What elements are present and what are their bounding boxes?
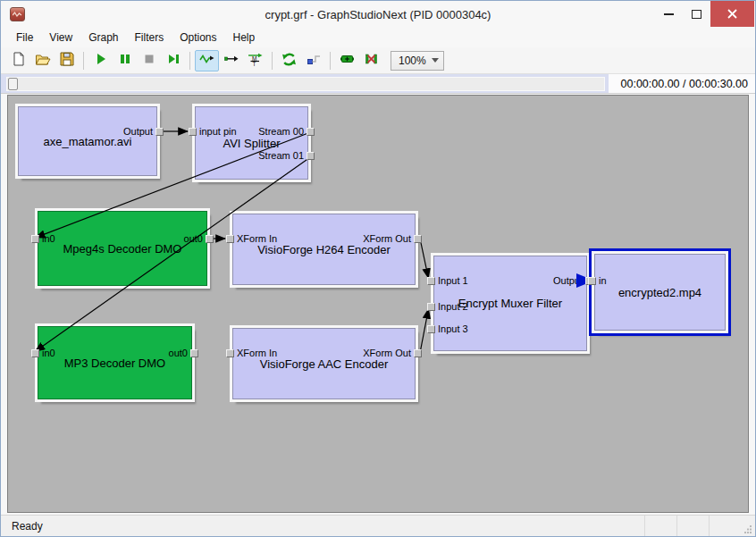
pin-in0[interactable] <box>31 349 39 357</box>
insert-filter-button[interactable] <box>335 50 359 71</box>
toolbar: MT 100% <box>1 47 755 74</box>
play-button[interactable] <box>88 50 113 71</box>
pin-label: input pin <box>199 126 237 137</box>
pin-label: Stream 01 <box>258 150 304 161</box>
pin-label: XForm Out <box>363 233 411 244</box>
filter-avi-splitter[interactable]: AVI Splitterinput pinStream 00Stream 01 <box>195 106 308 180</box>
minimize-button[interactable] <box>655 1 683 27</box>
pin-stream-01[interactable] <box>307 152 315 160</box>
filter-visioforge-h264-encoder[interactable]: VisioForge H264 EncoderXForm InXForm Out <box>232 214 416 285</box>
pin-stream-00[interactable] <box>307 128 315 136</box>
toolbar-separator <box>189 52 190 70</box>
status-cell <box>644 516 676 536</box>
window-title: crypt.grf - GraphStudioNext (PID 0000304… <box>1 8 755 21</box>
filter-title: Mpeg4s Decoder DMO <box>63 242 182 256</box>
minimize-icon <box>664 13 674 15</box>
menu-item-graph[interactable]: Graph <box>80 29 126 46</box>
title-bar: crypt.grf - GraphStudioNext (PID 0000304… <box>1 1 755 28</box>
step-button[interactable] <box>161 50 185 71</box>
pause-button[interactable] <box>113 50 137 71</box>
pin-input-3[interactable] <box>427 325 435 333</box>
refresh-filters-icon <box>281 52 297 70</box>
pin-xform-out[interactable] <box>414 235 422 243</box>
direct-connect-icon <box>224 52 239 69</box>
pin-label: out0 <box>169 348 188 358</box>
pin-out0[interactable] <box>190 349 198 357</box>
pin-label: Output <box>553 275 583 286</box>
pin-xform-in[interactable] <box>226 349 234 357</box>
refresh-filters-button[interactable] <box>277 50 301 71</box>
close-button[interactable] <box>710 1 754 27</box>
filter-title: Encrypt Muxer Filter <box>458 297 562 310</box>
play-icon <box>94 52 108 69</box>
pin-xform-in[interactable] <box>226 235 234 243</box>
pin-label: Output <box>123 126 153 137</box>
intelligent-connect-button[interactable] <box>195 50 219 71</box>
seek-slider[interactable] <box>6 77 605 91</box>
pin-input-2[interactable] <box>427 303 435 311</box>
filter-title: MP3 Decoder DMO <box>64 357 165 370</box>
pin-label: Input 3 <box>438 323 468 334</box>
seek-area <box>1 74 609 93</box>
pin-in[interactable] <box>588 277 596 285</box>
app-icon <box>10 7 25 21</box>
pin-label: Input 1 <box>438 275 468 286</box>
canvas-outer: axe_matamor.aviOutputAVI Splitterinput p… <box>1 94 755 515</box>
seek-thumb[interactable] <box>8 78 18 90</box>
pin-label: out0 <box>184 233 203 244</box>
filter-title: encrypted2.mp4 <box>618 286 701 299</box>
toolbar-buttons: MT <box>6 50 383 71</box>
filter-encrypt-muxer-filter[interactable]: Encrypt Muxer FilterInput 1Input 2Input … <box>433 256 587 351</box>
render-pin-button[interactable]: MT <box>243 50 267 71</box>
new-document-button[interactable] <box>6 50 30 71</box>
save-file-button[interactable] <box>55 50 79 71</box>
menu-bar: File View Graph Filters Options Help <box>1 28 755 47</box>
save-file-icon <box>60 52 74 69</box>
pin-in0[interactable] <box>31 235 39 243</box>
pin-label: in <box>599 275 607 286</box>
pin-out0[interactable] <box>206 235 214 243</box>
menu-item-view[interactable]: View <box>41 29 80 46</box>
pin-input-1[interactable] <box>427 277 435 285</box>
filter-encrypted2-mp4[interactable]: encrypted2.mp4in <box>594 254 726 331</box>
remove-connections-button[interactable] <box>359 50 383 71</box>
menu-item-options[interactable]: Options <box>172 29 224 46</box>
filter-mpeg4s-decoder-dmo[interactable]: Mpeg4s Decoder DMOin0out0 <box>38 211 207 286</box>
pin-output[interactable] <box>155 128 164 136</box>
connection[interactable] <box>420 239 428 278</box>
pin-xform-out[interactable] <box>414 349 422 357</box>
menu-item-help[interactable]: Help <box>225 29 264 46</box>
resize-grip-icon[interactable] <box>741 516 755 536</box>
filter-mp3-decoder-dmo[interactable]: MP3 Decoder DMOin0out0 <box>38 326 192 399</box>
filter-axe-matamor-avi[interactable]: axe_matamor.aviOutput <box>18 106 157 176</box>
graph-canvas[interactable]: axe_matamor.aviOutputAVI Splitterinput p… <box>7 95 749 513</box>
maximize-icon <box>692 10 701 19</box>
menu-item-file[interactable]: File <box>8 29 41 46</box>
status-cell <box>676 516 709 536</box>
direct-connect-button[interactable] <box>219 50 243 71</box>
filter-title: VisioForge AAC Encoder <box>260 357 389 371</box>
open-file-button[interactable] <box>30 50 55 71</box>
intelligent-connect-icon <box>199 52 214 69</box>
seek-row: 00:00:00.00 / 00:00:30.00 <box>1 74 755 94</box>
pause-icon <box>118 52 132 69</box>
remote-graph-icon <box>307 52 321 69</box>
render-pin-icon: MT <box>248 52 263 69</box>
remote-graph-button[interactable] <box>301 50 325 71</box>
pin-label: in0 <box>42 233 55 244</box>
step-icon <box>166 52 181 69</box>
filter-visioforge-aac-encoder[interactable]: VisioForge AAC EncoderXForm InXForm Out <box>232 328 416 399</box>
pin-input-pin[interactable] <box>189 128 197 136</box>
stop-icon <box>142 52 156 69</box>
stop-button[interactable] <box>137 50 161 71</box>
toolbar-separator <box>83 52 84 70</box>
new-document-icon <box>12 52 26 69</box>
maximize-button[interactable] <box>683 1 710 27</box>
filter-title: VisioForge H264 Encoder <box>257 243 391 256</box>
toolbar-separator <box>330 52 331 70</box>
pin-label: XForm Out <box>363 348 411 358</box>
toolbar-separator <box>272 52 273 70</box>
zoom-combobox[interactable]: 100% <box>391 51 444 71</box>
menu-item-filters[interactable]: Filters <box>127 29 172 46</box>
open-file-icon <box>35 53 51 69</box>
